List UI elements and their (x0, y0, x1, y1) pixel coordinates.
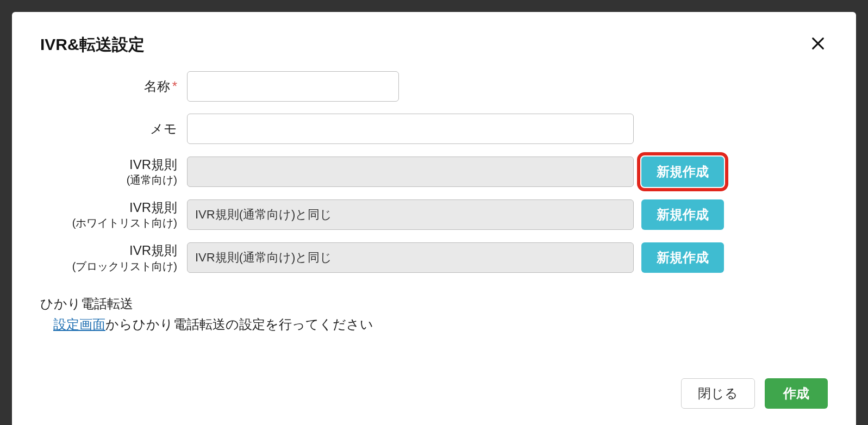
ivr-whitelist-select[interactable]: IVR規則(通常向け)と同じ (187, 199, 634, 230)
ivr-whitelist-create-button[interactable]: 新規作成 (641, 199, 724, 230)
name-input[interactable] (187, 71, 399, 102)
row-ivr-blocklist: IVR規則 (ブロックリスト向け) IVR規則(通常向け)と同じ 新規作成 (40, 242, 828, 273)
row-ivr-normal: IVR規則 (通常向け) 新規作成 (40, 156, 828, 187)
label-memo: メモ (40, 120, 187, 137)
label-ivr-whitelist-sub: (ホワイトリスト向け) (72, 216, 177, 230)
hikari-section: ひかり電話転送 設定画面からひかり電話転送の設定を行ってください (40, 295, 828, 333)
label-ivr-whitelist: IVR規則 (ホワイトリスト向け) (40, 199, 187, 230)
hikari-settings-link[interactable]: 設定画面 (53, 317, 105, 332)
modal-title: IVR&転送設定 (40, 34, 145, 56)
modal-header: IVR&転送設定 (40, 34, 828, 56)
hikari-desc-suffix: からひかり電話転送の設定を行ってください (105, 317, 373, 332)
ivr-blocklist-value: IVR規則(通常向け)と同じ (195, 249, 332, 266)
ivr-normal-create-button[interactable]: 新規作成 (641, 157, 724, 187)
close-icon (810, 36, 826, 51)
label-ivr-blocklist-sub: (ブロックリスト向け) (72, 259, 177, 273)
ivr-blocklist-select[interactable]: IVR規則(通常向け)と同じ (187, 242, 634, 273)
label-ivr-normal: IVR規則 (通常向け) (40, 156, 187, 187)
row-memo: メモ (40, 114, 828, 144)
ivr-whitelist-value: IVR規則(通常向け)と同じ (195, 207, 332, 223)
label-memo-text: メモ (150, 120, 177, 137)
hikari-title: ひかり電話転送 (40, 295, 828, 312)
label-name-text: 名称 (144, 79, 170, 93)
ivr-normal-select[interactable] (187, 157, 634, 187)
ivr-transfer-settings-modal: IVR&転送設定 名称* メモ IVR規則 (通常向け) 新規作成 (12, 12, 856, 425)
label-ivr-blocklist: IVR規則 (ブロックリスト向け) (40, 242, 187, 273)
row-name: 名称* (40, 71, 828, 102)
label-ivr-normal-sub: (通常向け) (127, 173, 177, 187)
ivr-blocklist-create-button[interactable]: 新規作成 (641, 242, 724, 273)
required-indicator: * (172, 79, 177, 93)
row-ivr-whitelist: IVR規則 (ホワイトリスト向け) IVR規則(通常向け)と同じ 新規作成 (40, 199, 828, 230)
close-button[interactable]: 閉じる (681, 378, 755, 409)
label-ivr-blocklist-text: IVR規則 (129, 242, 177, 259)
submit-button[interactable]: 作成 (765, 378, 828, 409)
label-ivr-whitelist-text: IVR規則 (129, 199, 177, 216)
label-ivr-normal-text: IVR規則 (129, 156, 177, 173)
close-icon-button[interactable] (808, 34, 828, 53)
hikari-description: 設定画面からひかり電話転送の設定を行ってください (40, 316, 828, 333)
label-name: 名称* (40, 78, 187, 95)
memo-input[interactable] (187, 114, 634, 144)
modal-footer: 閉じる 作成 (40, 362, 828, 409)
